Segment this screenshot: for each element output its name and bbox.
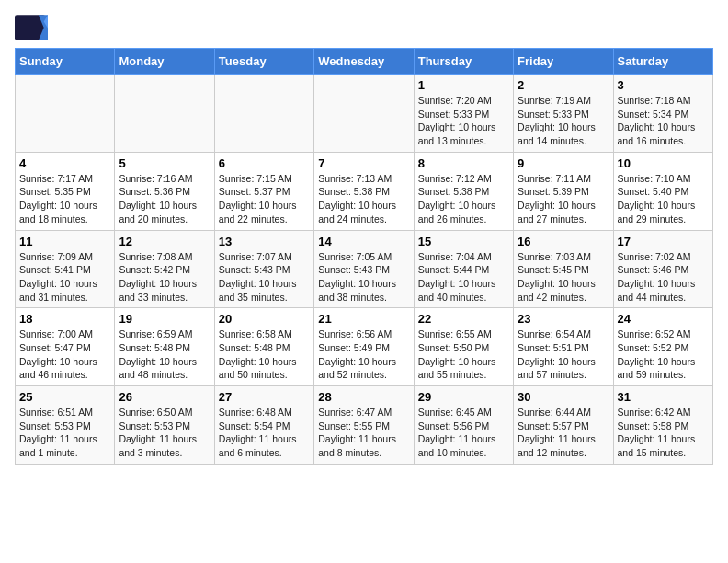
calendar-day-cell: 2Sunrise: 7:19 AMSunset: 5:33 PMDaylight…	[514, 75, 613, 153]
day-info: Sunrise: 6:47 AMSunset: 5:55 PMDaylight:…	[318, 406, 409, 460]
day-info: Sunrise: 7:18 AMSunset: 5:34 PMDaylight:…	[618, 94, 709, 148]
calendar-week-row: 1Sunrise: 7:20 AMSunset: 5:33 PMDaylight…	[16, 75, 713, 153]
calendar-day-cell: 16Sunrise: 7:03 AMSunset: 5:45 PMDayligh…	[514, 230, 613, 308]
calendar-week-row: 11Sunrise: 7:09 AMSunset: 5:41 PMDayligh…	[16, 230, 713, 308]
calendar-day-cell: 10Sunrise: 7:10 AMSunset: 5:40 PMDayligh…	[613, 152, 712, 230]
day-info: Sunrise: 7:17 AMSunset: 5:35 PMDaylight:…	[19, 172, 110, 226]
calendar-day-cell: 21Sunrise: 6:56 AMSunset: 5:49 PMDayligh…	[314, 308, 414, 386]
day-number: 8	[418, 156, 509, 170]
day-number: 26	[119, 390, 210, 404]
calendar-day-cell: 14Sunrise: 7:05 AMSunset: 5:43 PMDayligh…	[314, 230, 414, 308]
day-number: 6	[219, 156, 310, 170]
calendar-week-row: 25Sunrise: 6:51 AMSunset: 5:53 PMDayligh…	[16, 386, 713, 465]
day-number: 21	[318, 312, 409, 326]
calendar-day-cell: 31Sunrise: 6:42 AMSunset: 5:58 PMDayligh…	[613, 386, 712, 465]
calendar-day-cell	[314, 75, 414, 153]
calendar-day-cell: 5Sunrise: 7:16 AMSunset: 5:36 PMDaylight…	[115, 152, 214, 230]
day-info: Sunrise: 7:11 AMSunset: 5:39 PMDaylight:…	[518, 172, 609, 226]
header	[15, 15, 713, 40]
calendar-day-cell: 20Sunrise: 6:58 AMSunset: 5:48 PMDayligh…	[214, 308, 313, 386]
day-number: 11	[19, 235, 110, 248]
day-number: 20	[219, 312, 310, 326]
day-number: 1	[418, 78, 509, 92]
day-number: 27	[219, 390, 310, 404]
header-day-monday: Monday	[115, 49, 214, 75]
calendar-day-cell: 12Sunrise: 7:08 AMSunset: 5:42 PMDayligh…	[115, 230, 214, 308]
calendar-day-cell: 17Sunrise: 7:02 AMSunset: 5:46 PMDayligh…	[613, 230, 712, 308]
day-info: Sunrise: 7:02 AMSunset: 5:46 PMDaylight:…	[618, 250, 709, 304]
day-info: Sunrise: 6:42 AMSunset: 5:58 PMDaylight:…	[618, 406, 709, 460]
day-info: Sunrise: 7:00 AMSunset: 5:47 PMDaylight:…	[19, 327, 110, 382]
day-number: 2	[518, 78, 609, 92]
day-number: 15	[418, 235, 509, 248]
day-info: Sunrise: 7:20 AMSunset: 5:33 PMDaylight:…	[418, 94, 509, 148]
day-number: 30	[518, 390, 609, 404]
day-info: Sunrise: 6:55 AMSunset: 5:50 PMDaylight:…	[418, 327, 509, 382]
logo-icon	[15, 15, 48, 40]
calendar-day-cell: 15Sunrise: 7:04 AMSunset: 5:44 PMDayligh…	[414, 230, 513, 308]
day-number: 5	[119, 156, 210, 170]
header-day-saturday: Saturday	[613, 49, 712, 75]
day-info: Sunrise: 6:52 AMSunset: 5:52 PMDaylight:…	[618, 327, 709, 382]
day-number: 4	[19, 156, 110, 170]
calendar-day-cell	[16, 75, 115, 153]
header-day-tuesday: Tuesday	[214, 49, 313, 75]
day-info: Sunrise: 6:54 AMSunset: 5:51 PMDaylight:…	[518, 327, 609, 382]
calendar-day-cell: 6Sunrise: 7:15 AMSunset: 5:37 PMDaylight…	[214, 152, 313, 230]
day-number: 17	[618, 235, 709, 248]
header-day-sunday: Sunday	[16, 49, 115, 75]
day-info: Sunrise: 7:08 AMSunset: 5:42 PMDaylight:…	[119, 250, 210, 304]
calendar-day-cell: 3Sunrise: 7:18 AMSunset: 5:34 PMDaylight…	[613, 75, 712, 153]
day-number: 13	[219, 235, 310, 248]
calendar-day-cell: 11Sunrise: 7:09 AMSunset: 5:41 PMDayligh…	[16, 230, 115, 308]
day-number: 3	[618, 78, 709, 92]
day-number: 23	[518, 312, 609, 326]
day-number: 12	[119, 235, 210, 248]
day-number: 28	[318, 390, 409, 404]
day-info: Sunrise: 7:04 AMSunset: 5:44 PMDaylight:…	[418, 250, 509, 304]
day-info: Sunrise: 6:51 AMSunset: 5:53 PMDaylight:…	[19, 406, 110, 460]
day-info: Sunrise: 7:15 AMSunset: 5:37 PMDaylight:…	[219, 172, 310, 226]
day-info: Sunrise: 7:05 AMSunset: 5:43 PMDaylight:…	[318, 250, 409, 304]
day-number: 9	[518, 156, 609, 170]
calendar-day-cell: 13Sunrise: 7:07 AMSunset: 5:43 PMDayligh…	[214, 230, 313, 308]
header-day-wednesday: Wednesday	[314, 49, 414, 75]
day-info: Sunrise: 7:10 AMSunset: 5:40 PMDaylight:…	[618, 172, 709, 226]
calendar-day-cell	[115, 75, 214, 153]
day-number: 16	[518, 235, 609, 248]
day-number: 18	[19, 312, 110, 326]
day-number: 19	[119, 312, 210, 326]
calendar-week-row: 4Sunrise: 7:17 AMSunset: 5:35 PMDaylight…	[16, 152, 713, 230]
day-info: Sunrise: 6:45 AMSunset: 5:56 PMDaylight:…	[418, 406, 509, 460]
calendar-day-cell: 19Sunrise: 6:59 AMSunset: 5:48 PMDayligh…	[115, 308, 214, 386]
day-number: 7	[318, 156, 409, 170]
calendar-day-cell: 23Sunrise: 6:54 AMSunset: 5:51 PMDayligh…	[514, 308, 613, 386]
day-number: 25	[19, 390, 110, 404]
calendar-day-cell: 29Sunrise: 6:45 AMSunset: 5:56 PMDayligh…	[414, 386, 513, 465]
calendar-day-cell: 28Sunrise: 6:47 AMSunset: 5:55 PMDayligh…	[314, 386, 414, 465]
header-day-thursday: Thursday	[414, 49, 513, 75]
calendar-week-row: 18Sunrise: 7:00 AMSunset: 5:47 PMDayligh…	[16, 308, 713, 386]
day-info: Sunrise: 6:44 AMSunset: 5:57 PMDaylight:…	[518, 406, 609, 460]
day-info: Sunrise: 6:59 AMSunset: 5:48 PMDaylight:…	[119, 327, 210, 382]
day-number: 22	[418, 312, 509, 326]
day-info: Sunrise: 6:58 AMSunset: 5:48 PMDaylight:…	[219, 327, 310, 382]
day-number: 10	[618, 156, 709, 170]
day-info: Sunrise: 6:48 AMSunset: 5:54 PMDaylight:…	[219, 406, 310, 460]
day-info: Sunrise: 7:07 AMSunset: 5:43 PMDaylight:…	[219, 250, 310, 304]
day-info: Sunrise: 7:03 AMSunset: 5:45 PMDaylight:…	[518, 250, 609, 304]
calendar-day-cell: 25Sunrise: 6:51 AMSunset: 5:53 PMDayligh…	[16, 386, 115, 465]
calendar-day-cell: 27Sunrise: 6:48 AMSunset: 5:54 PMDayligh…	[214, 386, 313, 465]
calendar-day-cell: 24Sunrise: 6:52 AMSunset: 5:52 PMDayligh…	[613, 308, 712, 386]
day-info: Sunrise: 7:13 AMSunset: 5:38 PMDaylight:…	[318, 172, 409, 226]
header-day-friday: Friday	[514, 49, 613, 75]
day-info: Sunrise: 6:56 AMSunset: 5:49 PMDaylight:…	[318, 327, 409, 382]
calendar-day-cell	[214, 75, 313, 153]
day-number: 14	[318, 235, 409, 248]
calendar-table: SundayMondayTuesdayWednesdayThursdayFrid…	[15, 48, 713, 465]
day-info: Sunrise: 7:16 AMSunset: 5:36 PMDaylight:…	[119, 172, 210, 226]
calendar-day-cell: 4Sunrise: 7:17 AMSunset: 5:35 PMDaylight…	[16, 152, 115, 230]
day-info: Sunrise: 6:50 AMSunset: 5:53 PMDaylight:…	[119, 406, 210, 460]
calendar-day-cell: 26Sunrise: 6:50 AMSunset: 5:53 PMDayligh…	[115, 386, 214, 465]
calendar-day-cell: 8Sunrise: 7:12 AMSunset: 5:38 PMDaylight…	[414, 152, 513, 230]
